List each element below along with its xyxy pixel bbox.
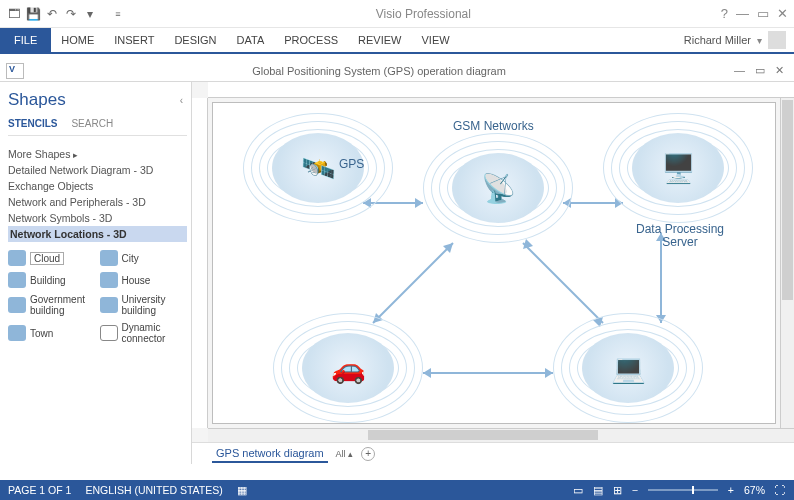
visio-icon: 🗔 [6, 6, 22, 22]
add-page-button[interactable]: + [361, 447, 375, 461]
svg-line-6 [373, 243, 453, 323]
node-gps[interactable]: 🛰️ GPS [243, 113, 393, 223]
shapes-title: Shapes [8, 90, 66, 110]
zoom-in-icon[interactable]: + [728, 484, 734, 496]
tab-home[interactable]: HOME [51, 28, 104, 52]
doc-title: Global Positioning System (GPS) operatio… [24, 65, 734, 77]
status-bar: PAGE 1 OF 1 ENGLISH (UNITED STATES) ▦ ▭ … [0, 480, 794, 500]
gov-icon [8, 297, 26, 313]
zoom-slider[interactable] [648, 489, 718, 491]
tab-data[interactable]: DATA [227, 28, 275, 52]
svg-marker-2 [415, 198, 423, 208]
cloud-icon [8, 250, 26, 266]
collapse-shapes-icon[interactable]: ‹ [180, 95, 183, 106]
laptop-icon: 💻 [611, 352, 646, 385]
stencil-list: More Shapes Detailed Network Diagram - 3… [8, 146, 187, 242]
tab-design[interactable]: DESIGN [164, 28, 226, 52]
shape-cloud[interactable]: Cloud [8, 248, 96, 268]
stencil-item[interactable]: Network Symbols - 3D [8, 210, 187, 226]
shape-house[interactable]: House [100, 270, 188, 290]
drawing-page[interactable]: 🛰️ GPS 📡 GSM Networks 🖥️ Data Processing… [212, 102, 776, 424]
fit-window-icon[interactable]: ⛶ [775, 484, 786, 496]
more-shapes[interactable]: More Shapes [8, 146, 187, 162]
stencil-item-selected[interactable]: Network Locations - 3D [8, 226, 187, 242]
status-lang[interactable]: ENGLISH (UNITED STATES) [85, 484, 222, 496]
ribbon-tabs: FILE HOME INSERT DESIGN DATA PROCESS REV… [0, 28, 794, 52]
save-icon[interactable]: 💾 [25, 6, 41, 22]
node-gsm[interactable]: 📡 GSM Networks [423, 133, 573, 243]
doc-titlebar: Global Positioning System (GPS) operatio… [0, 60, 794, 82]
vertical-ruler [192, 98, 208, 428]
tab-view[interactable]: VIEW [411, 28, 459, 52]
doc-restore-icon[interactable]: ▭ [755, 64, 765, 77]
tab-insert[interactable]: INSERT [104, 28, 164, 52]
doc-close-icon[interactable]: ✕ [775, 64, 784, 77]
city-icon [100, 250, 118, 266]
shape-town[interactable]: Town [8, 320, 96, 346]
window-controls: ? ― ▭ ✕ [721, 6, 788, 21]
qat-send-icon[interactable]: ≡ [110, 6, 126, 22]
zoom-out-icon[interactable]: − [632, 484, 638, 496]
tab-stencils[interactable]: STENCILS [8, 118, 57, 129]
horizontal-ruler [208, 82, 794, 98]
node-users[interactable]: 💻 Users [553, 313, 703, 423]
tab-review[interactable]: REVIEW [348, 28, 411, 52]
page-tab[interactable]: GPS network diagram [212, 445, 328, 463]
town-icon [8, 325, 26, 341]
page-tabs: GPS network diagram All ▴ + [192, 442, 794, 464]
svg-marker-14 [545, 368, 553, 378]
stencil-item[interactable]: Exchange Objects [8, 178, 187, 194]
shape-gov-building[interactable]: Government building [8, 292, 96, 318]
close-icon[interactable]: ✕ [777, 6, 788, 21]
quick-access: 🗔 💾 ↶ ↷ ▾ ≡ [6, 6, 126, 22]
redo-icon[interactable]: ↷ [63, 6, 79, 22]
car-icon: 🚗 [331, 352, 366, 385]
house-icon [100, 272, 118, 288]
building-icon [8, 272, 26, 288]
svg-marker-13 [423, 368, 431, 378]
tab-file[interactable]: FILE [0, 28, 51, 52]
shape-university[interactable]: University building [100, 292, 188, 318]
canvas-area: 🛰️ GPS 📡 GSM Networks 🖥️ Data Processing… [192, 82, 794, 464]
node-server[interactable]: 🖥️ Data Processing Server [603, 113, 753, 223]
view-normal-icon[interactable]: ▤ [593, 484, 603, 496]
qat-customize-icon[interactable]: ▾ [82, 6, 98, 22]
restore-icon[interactable]: ▭ [757, 6, 769, 21]
shapes-pane: Shapes ‹ STENCILS SEARCH More Shapes Det… [0, 82, 192, 464]
avatar[interactable] [768, 31, 786, 49]
shape-connector[interactable]: Dynamic connector [100, 320, 188, 346]
user-menu-icon[interactable]: ▾ [757, 35, 762, 46]
page-all[interactable]: All ▴ [336, 449, 354, 459]
status-page[interactable]: PAGE 1 OF 1 [8, 484, 71, 496]
view-presentation-icon[interactable]: ▭ [573, 484, 583, 496]
shape-building[interactable]: Building [8, 270, 96, 290]
ribbon-underline [0, 52, 794, 54]
satellite-icon: 🛰️ [301, 152, 336, 185]
app-title: Visio Professional [126, 7, 721, 21]
doc-icon [6, 63, 24, 79]
tab-process[interactable]: PROCESS [274, 28, 348, 52]
help-icon[interactable]: ? [721, 6, 728, 21]
connector-icon [100, 325, 118, 341]
titlebar: 🗔 💾 ↶ ↷ ▾ ≡ Visio Professional ? ― ▭ ✕ [0, 0, 794, 28]
stencil-item[interactable]: Network and Peripherals - 3D [8, 194, 187, 210]
qat-separator [101, 6, 107, 22]
horizontal-scrollbar[interactable] [208, 428, 794, 442]
tab-search[interactable]: SEARCH [71, 118, 113, 129]
doc-minimize-icon[interactable]: ― [734, 64, 745, 77]
view-fit-icon[interactable]: ⊞ [613, 484, 622, 496]
zoom-level[interactable]: 67% [744, 484, 765, 496]
minimize-icon[interactable]: ― [736, 6, 749, 21]
svg-line-9 [523, 243, 603, 323]
university-icon [100, 297, 118, 313]
main-area: Shapes ‹ STENCILS SEARCH More Shapes Det… [0, 82, 794, 464]
vertical-scrollbar[interactable]: ▴ [780, 98, 794, 428]
stencil-item[interactable]: Detailed Network Diagram - 3D [8, 162, 187, 178]
shape-city[interactable]: City [100, 248, 188, 268]
server-icon: 🖥️ [661, 152, 696, 185]
undo-icon[interactable]: ↶ [44, 6, 60, 22]
shape-grid: Cloud City Building House Government bui… [8, 248, 187, 346]
macro-icon[interactable]: ▦ [237, 484, 247, 496]
user-name[interactable]: Richard Miller [684, 34, 751, 46]
node-mobile[interactable]: 🚗 Mobile Objects [273, 313, 423, 423]
